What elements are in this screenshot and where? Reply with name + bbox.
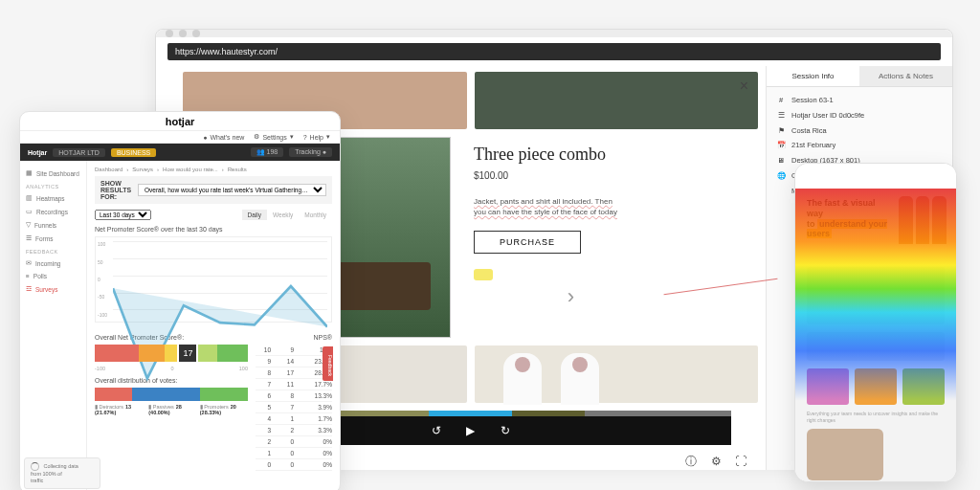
calendar-icon: 📅 <box>776 140 786 152</box>
cursor-highlight <box>474 269 493 280</box>
tab-daily[interactable]: Daily <box>242 210 267 220</box>
tab-session-info[interactable]: Session Info <box>767 66 859 87</box>
session-country: Costa Rica <box>791 125 827 138</box>
traffic-light-dot <box>179 30 187 37</box>
question-select[interactable]: Overall, how would you rate last week's … <box>138 184 326 196</box>
flag-icon: ⚑ <box>776 125 786 138</box>
heatmap-canvas[interactable]: The fast & visual way to understand your… <box>795 189 956 482</box>
sidebar-item-surveys[interactable]: ☲ Surveys <box>26 282 80 296</box>
address-bar[interactable]: https://www.hautestyr.com/ <box>167 43 941 60</box>
session-id: Session 63-1 <box>791 95 834 107</box>
table-row: 10919% <box>256 345 332 356</box>
photo-block <box>807 429 883 480</box>
table-row: 100% <box>256 448 332 459</box>
forward-icon[interactable]: ↻ <box>500 425 511 436</box>
product-thumbnail[interactable] <box>475 345 759 403</box>
collector-widget[interactable]: Collecting data from 100% of traffic <box>24 457 100 489</box>
purchase-button[interactable]: PURCHASE <box>474 231 581 254</box>
counter-pill[interactable]: 👥 198 <box>251 147 284 157</box>
browser-icon: 🌐 <box>776 170 786 183</box>
results-label: SHOW RESULTS FOR: <box>100 180 132 200</box>
nps-table: Feedback 10919%91423.3%81728.3%71117.7%6… <box>256 345 332 471</box>
dashboard-sidebar: ▦ Site Dashboard ANALYTICS ▥ Heatmaps ▭ … <box>20 161 87 490</box>
table-row: 323.3% <box>256 425 332 436</box>
dashboard-main: Dashboard›Surveys›How would you rate...›… <box>87 161 340 490</box>
gear-icon[interactable]: ⚙ <box>710 456 722 467</box>
browser-chrome <box>156 30 952 37</box>
table-row: 6813.3% <box>256 390 332 402</box>
sidebar-item-funnels[interactable]: ▽ Funnels <box>26 218 80 232</box>
product-title: Three piece combo <box>474 145 746 165</box>
user-icon: ☰ <box>776 110 786 122</box>
session-user: Hotjar User ID 0d0c9fe <box>791 110 864 122</box>
org-strip: Hotjar HOTJAR LTD BUSINESS 👥 198 Trackin… <box>20 144 340 161</box>
cards-row <box>807 368 945 405</box>
close-icon[interactable]: × <box>740 78 748 95</box>
info-icon[interactable]: ⓘ <box>685 456 697 467</box>
sidebar-group-label: FEEDBACK <box>26 249 80 255</box>
sidebar-item-dashboard[interactable]: ▦ Site Dashboard <box>26 167 80 180</box>
sidebar-item-polls[interactable]: ≡ Polls <box>26 270 80 282</box>
table-row: 411.7% <box>256 413 332 425</box>
heatmap-device: The fast & visual way to understand your… <box>794 163 957 482</box>
content-block <box>807 332 945 361</box>
hero-text: The fast & visual way to understand your… <box>807 198 893 239</box>
table-row: 81728.3% <box>256 368 332 379</box>
nps-gauge: 17 <box>95 345 248 362</box>
table-row: 000% <box>256 459 332 471</box>
traffic-light-dot <box>192 30 200 37</box>
traffic-light-dot <box>166 30 173 37</box>
content-block <box>807 267 945 324</box>
date-range-select[interactable]: Last 30 days <box>95 210 151 220</box>
hash-icon: # <box>776 95 786 107</box>
help-link[interactable]: ? Help ▾ <box>303 133 330 141</box>
dashboard-header: hotjar <box>20 112 340 131</box>
next-session-icon[interactable]: › <box>568 284 574 309</box>
sidebar-item-forms[interactable]: ☰ Forms <box>26 232 80 245</box>
product-info: Three piece combo $100.00 Jacket, pants … <box>462 137 758 338</box>
breadcrumb: Dashboard›Surveys›How would you rate...›… <box>95 167 332 172</box>
table-header: NPS® <box>256 334 332 341</box>
monitor-icon: 🖥 <box>776 155 786 167</box>
dashboard-panel: hotjar ● What's new ⚙ Settings ▾ ? Help … <box>19 111 341 490</box>
hero-illustration <box>899 196 947 244</box>
tab-weekly[interactable]: Weekly <box>267 210 299 220</box>
rewind-icon[interactable]: ↺ <box>431 425 442 436</box>
text-block: Everything your team needs to uncover in… <box>807 411 945 423</box>
nps-value-marker: 17 <box>177 343 198 364</box>
brand-name: Hotjar <box>28 149 47 156</box>
nps-line-chart: 100 50 0 -50 -100 <box>95 236 332 323</box>
chart-title: Net Promoter Score® over the last 30 day… <box>95 226 332 233</box>
table-row: 91423.3% <box>256 356 332 368</box>
plan-pill: BUSINESS <box>111 148 156 157</box>
sidebar-item-heatmaps[interactable]: ▥ Heatmaps <box>26 191 80 205</box>
table-row: 573.9% <box>256 402 332 413</box>
settings-link[interactable]: ⚙ Settings ▾ <box>254 133 293 141</box>
product-price: $100.00 <box>474 170 746 181</box>
tracking-pill[interactable]: Tracking ● <box>289 147 332 157</box>
play-icon[interactable]: ▶ <box>465 425 477 436</box>
sidebar-item-recordings[interactable]: ▭ Recordings <box>26 205 80 218</box>
product-thumbnail[interactable] <box>475 72 759 129</box>
table-row: 71117.7% <box>256 379 332 390</box>
product-description: Jacket, pants and shirt all included. Th… <box>474 196 617 217</box>
feedback-tab[interactable]: Feedback <box>323 346 333 381</box>
spinner-icon <box>31 462 39 471</box>
tab-actions-notes[interactable]: Actions & Notes <box>859 66 952 87</box>
org-pill[interactable]: HOTJAR LTD <box>53 148 105 157</box>
sidebar-group-label: ANALYTICS <box>26 184 80 189</box>
sidebar-item-incoming[interactable]: ✉ Incoming <box>26 256 80 270</box>
results-filter-bar: SHOW RESULTS FOR: Overall, how would you… <box>95 176 332 204</box>
table-row: 200% <box>256 436 332 448</box>
tab-monthly[interactable]: Monthly <box>299 210 332 220</box>
session-date: 21st February <box>791 140 835 152</box>
granularity-tabs: Daily Weekly Monthly <box>242 210 332 220</box>
whats-new-link[interactable]: ● What's new <box>203 133 244 141</box>
fullscreen-icon[interactable]: ⛶ <box>735 456 746 467</box>
brand-logo: hotjar <box>166 116 195 127</box>
